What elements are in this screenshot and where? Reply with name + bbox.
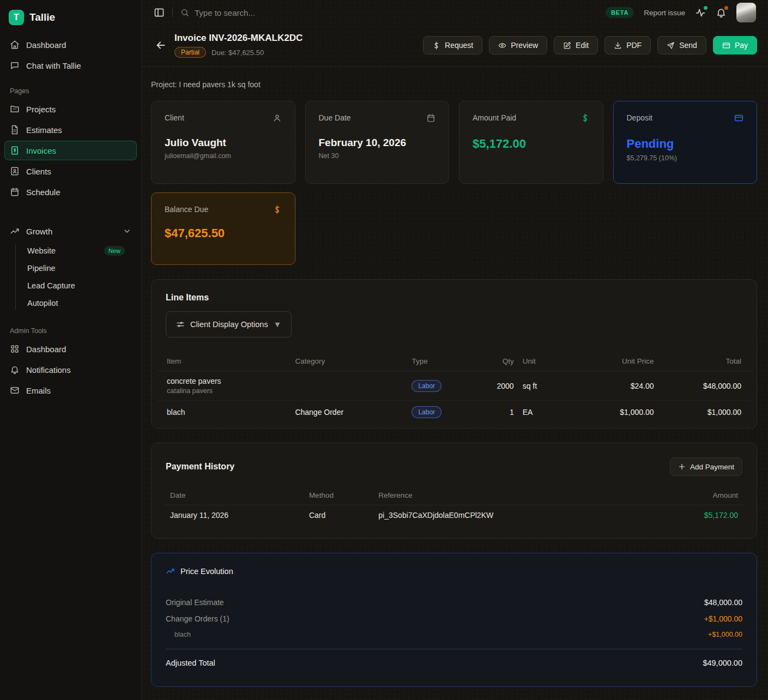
invoice-content: Project: I need pavers 1k sq foot Client… <box>142 67 768 700</box>
folder-icon <box>10 104 20 114</box>
sidebar-item-label: Growth <box>26 227 52 236</box>
notification-bell-icon[interactable] <box>716 7 727 18</box>
sidebar-item-label: Autopilot <box>27 299 58 307</box>
sidebar-item-dashboard[interactable]: Dashboard <box>4 35 137 55</box>
divider <box>166 649 742 649</box>
sidebar-item-label: Dashboard <box>26 345 66 354</box>
sidebar-item-chat-with-tallie[interactable]: Chat with Tallie <box>4 56 137 75</box>
new-badge: New <box>104 246 125 256</box>
request-button[interactable]: Request <box>423 36 482 55</box>
table-row[interactable]: blach Change Order Labor 1 EA $1,000.00 … <box>157 401 751 424</box>
table-row[interactable]: concrete pavers catalina pavers Labor 20… <box>157 371 751 401</box>
request-button-label: Request <box>445 41 473 50</box>
app-logo[interactable]: T Tallie <box>4 8 137 35</box>
change-order-item-row: blach +$1,000.00 <box>166 627 742 642</box>
line-items-table: Item Category Type Qty Unit Unit Price T… <box>157 352 751 428</box>
send-button-label: Send <box>679 41 697 50</box>
chat-icon <box>10 61 20 70</box>
change-orders-label: Change Orders (1) <box>166 614 229 623</box>
sidebar-item-admin-dashboard[interactable]: Dashboard <box>4 339 137 359</box>
change-order-item-value: +$1,000.00 <box>708 631 742 638</box>
price-evolution-title: Price Evolution <box>180 567 233 576</box>
due-date-card: Due Date February 10, 2026 Net 30 <box>305 101 450 184</box>
col-reference: Reference <box>373 486 651 505</box>
col-unit: Unit <box>518 352 577 371</box>
topbar-divider <box>172 8 173 17</box>
sidebar-item-label: Emails <box>26 386 51 395</box>
topbar-right: BETA Report issue <box>606 3 756 22</box>
invoice-actions: Request Preview Edit <box>423 36 757 55</box>
send-button[interactable]: Send <box>657 36 706 55</box>
client-display-options-button[interactable]: Client Display Options ▼ <box>166 311 292 337</box>
item-total: $48,000.00 <box>658 376 746 396</box>
col-method: Method <box>304 486 373 505</box>
sidebar-item-label: Invoices <box>26 146 56 155</box>
sidebar-item-website[interactable]: Website New <box>23 242 137 260</box>
sidebar-toggle-icon[interactable] <box>154 7 165 18</box>
amount-paid-card: Amount Paid $5,172.00 <box>459 101 603 184</box>
type-badge: Labor <box>412 380 442 392</box>
client-name: Julio Vaught <box>165 137 282 149</box>
growth-subitems: Website New Pipeline Lead Capture Autopi… <box>15 242 137 312</box>
deposit-detail: $5,279.75 (10%) <box>627 154 744 162</box>
preview-button[interactable]: Preview <box>489 36 547 55</box>
adjusted-total-value: $49,000.00 <box>703 659 742 667</box>
sidebar-item-clients[interactable]: Clients <box>4 161 137 181</box>
sidebar-section-pages: Pages <box>4 76 137 99</box>
sidebar-item-pipeline[interactable]: Pipeline <box>23 260 137 277</box>
col-amount: Amount <box>651 486 743 505</box>
original-estimate-value: $48,000.00 <box>704 598 742 607</box>
search-input[interactable] <box>195 8 358 17</box>
sidebar-item-estimates[interactable]: Estimates <box>4 120 137 140</box>
col-unit-price: Unit Price <box>577 352 658 371</box>
add-payment-button[interactable]: Add Payment <box>670 457 742 476</box>
search-icon <box>180 8 189 17</box>
sidebar-item-emails[interactable]: Emails <box>4 381 137 400</box>
pdf-button[interactable]: PDF <box>604 36 651 55</box>
item-unit: EA <box>518 402 577 422</box>
price-evolution-rows: Original Estimate $48,000.00 Change Orde… <box>166 594 742 671</box>
sidebar-item-label: Dashboard <box>26 40 66 50</box>
line-items-title: Line Items <box>166 293 742 303</box>
due-date-value: February 10, 2026 <box>319 137 436 149</box>
edit-button[interactable]: Edit <box>554 36 598 55</box>
search-bar[interactable] <box>180 8 598 17</box>
trending-up-icon <box>166 566 175 576</box>
item-qty: 2000 <box>483 376 518 396</box>
change-order-item-label: blach <box>174 631 191 638</box>
payment-terms: Net 30 <box>319 152 436 160</box>
sidebar-item-label: Website <box>27 246 56 255</box>
sidebar-item-growth[interactable]: Growth <box>4 221 137 241</box>
sidebar-item-label: Estimates <box>26 125 62 135</box>
sidebar-section-admin-tools: Admin Tools <box>4 312 137 339</box>
type-badge: Labor <box>412 406 442 418</box>
sidebar-item-schedule[interactable]: Schedule <box>4 182 137 202</box>
balance-due-value: $47,625.50 <box>165 226 282 240</box>
page-title: Invoice INV-2026-MKALK2DC <box>174 33 303 44</box>
notification-dot <box>724 6 728 10</box>
payment-header-row: Date Method Reference Amount <box>165 486 743 505</box>
sidebar-item-autopilot[interactable]: Autopilot <box>23 294 137 312</box>
calendar-icon <box>10 187 20 197</box>
sidebar-item-lead-capture[interactable]: Lead Capture <box>23 277 137 294</box>
sidebar-item-label: Notifications <box>26 365 71 375</box>
table-row[interactable]: January 11, 2026 Card pi_3Sobi7CaXDjdola… <box>165 505 743 525</box>
tallie-logo-icon: T <box>9 10 24 25</box>
status-badge: Partial <box>174 47 206 58</box>
back-arrow-icon[interactable] <box>155 39 167 51</box>
item-total: $1,000.00 <box>658 402 746 422</box>
sidebar-item-notifications[interactable]: Notifications <box>4 360 137 379</box>
col-category: Category <box>291 352 407 371</box>
original-estimate-row: Original Estimate $48,000.00 <box>166 594 742 611</box>
pay-button[interactable]: Pay <box>713 36 757 55</box>
pdf-button-label: PDF <box>626 41 642 50</box>
report-issue-link[interactable]: Report issue <box>644 9 685 17</box>
item-qty: 1 <box>483 402 518 422</box>
sidebar-item-projects[interactable]: Projects <box>4 99 137 119</box>
sidebar-item-invoices[interactable]: Invoices <box>4 141 137 160</box>
activity-icon[interactable] <box>695 7 706 18</box>
user-icon <box>273 113 282 123</box>
user-avatar[interactable] <box>736 3 756 22</box>
edit-icon <box>563 41 571 50</box>
main-area: BETA Report issue Invoice INV-2026-MKALK… <box>142 0 768 700</box>
